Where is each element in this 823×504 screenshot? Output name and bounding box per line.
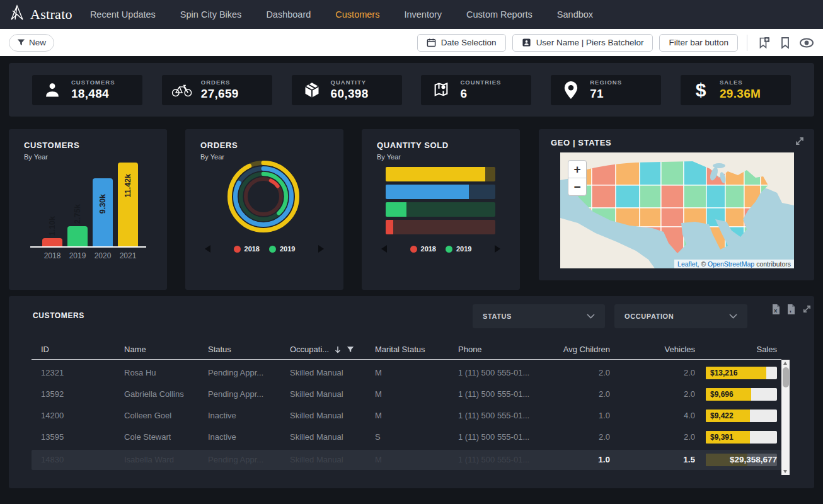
col-header-id[interactable]: ID: [41, 345, 49, 354]
quantity-chart-card: QUANTITY SOLD By Year 2018 2019: [362, 129, 520, 290]
occupation-filter-dropdown[interactable]: OCCUPATION: [614, 304, 747, 328]
kpi-value: 29.36M: [720, 87, 761, 101]
kpi-regions: REGIONS71: [551, 75, 661, 105]
customers-table-card: CUSTOMERS STATUS OCCUPATION X , ID Name …: [9, 296, 814, 488]
nav-item-spin-city-bikes[interactable]: Spin City Bikes: [180, 9, 242, 20]
pin-icon: [560, 79, 582, 101]
legend-prev-icon[interactable]: [205, 245, 210, 253]
hbar-2020[interactable]: [386, 185, 495, 199]
kpi-value: 18,484: [71, 87, 115, 101]
geo-states-card: GEO | STATES: [539, 129, 814, 280]
zoom-in-button[interactable]: +: [568, 161, 586, 178]
export-csv-icon[interactable]: ,: [786, 304, 796, 318]
hbar-2021[interactable]: [386, 167, 495, 181]
zoom-out-button[interactable]: −: [568, 178, 586, 195]
bar-2020[interactable]: 9.30k: [93, 178, 113, 246]
osm-link[interactable]: OpenStreetMap: [708, 260, 754, 268]
sales-bar: $9,422: [706, 410, 777, 422]
brand[interactable]: Astrato: [9, 4, 72, 25]
col-header-status[interactable]: Status: [208, 345, 231, 354]
scrollbar-thumb[interactable]: [783, 367, 789, 387]
progress-bar-chart: [386, 167, 495, 238]
table-row[interactable]: 13592Gabriella CollinsPending Appr...Ski…: [32, 384, 781, 405]
column-filter-icon[interactable]: [347, 346, 354, 353]
legend-prev-icon[interactable]: [381, 245, 387, 253]
expand-icon[interactable]: [802, 304, 812, 317]
total-children: 1.0: [529, 450, 610, 470]
col-header-phone[interactable]: Phone: [458, 345, 482, 354]
filter-bar-button[interactable]: Filter bar button: [659, 34, 738, 52]
bar-value-label: 11.42k: [124, 174, 132, 198]
x-axis-labels: 2018 2019 2020 2021: [30, 251, 146, 261]
map-title: GEO | STATES: [551, 138, 611, 147]
bar-2019[interactable]: 2.75k: [67, 226, 88, 246]
radial-progress-chart[interactable]: [224, 158, 302, 236]
legend-item-2019[interactable]: 2019: [446, 245, 471, 253]
col-header-occupation[interactable]: Occupati...: [290, 345, 354, 354]
legend-dot: [269, 246, 276, 253]
hbar-2019[interactable]: [386, 202, 495, 217]
table-title: CUSTOMERS: [33, 311, 84, 320]
legend-item-2018[interactable]: 2018: [234, 245, 260, 253]
table-scrollbar[interactable]: [781, 360, 790, 475]
export-excel-icon[interactable]: X: [771, 304, 781, 318]
legend-item-2019[interactable]: 2019: [269, 245, 295, 253]
user-badge-icon: [522, 38, 531, 47]
date-selection-button[interactable]: Date Selection: [417, 34, 506, 52]
leaflet-map[interactable]: + − Leaflet, © OpenStreetMap contributor…: [560, 152, 794, 268]
calendar-icon: [427, 38, 436, 47]
us-states-choropleth: [560, 152, 794, 268]
brand-name: Astrato: [30, 6, 72, 23]
col-header-children[interactable]: Avg Children: [529, 345, 610, 354]
chart-title: QUANTITY SOLD: [377, 140, 449, 150]
customers-chart-card: CUSTOMERS By Year 1.10k 2.75k 9.30k 11.4…: [9, 129, 167, 290]
nav-item-customers[interactable]: Customers: [335, 9, 379, 20]
kpi-orders: ORDERS27,659: [162, 75, 272, 105]
expand-icon[interactable]: [794, 135, 805, 149]
scroll-down-icon[interactable]: [783, 470, 787, 473]
nav-item-inventory[interactable]: Inventory: [404, 9, 442, 20]
scroll-up-icon[interactable]: [783, 362, 787, 365]
kpi-sales: $ SALES29.36M: [681, 75, 791, 105]
eye-icon[interactable]: [799, 35, 814, 50]
nav-item-recent-updates[interactable]: Recent Updates: [90, 9, 156, 20]
bookmark-add-icon[interactable]: [756, 35, 771, 50]
bar-2021[interactable]: 11.42k: [118, 163, 138, 246]
bookmark-icon[interactable]: [778, 35, 793, 50]
status-filter-dropdown[interactable]: STATUS: [473, 304, 605, 328]
legend-item-2018[interactable]: 2018: [410, 245, 436, 253]
table-row[interactable]: 12321Rosa HuPending Appr...Skilled Manua…: [32, 362, 781, 384]
chart-title: ORDERS: [200, 140, 238, 150]
col-header-marital[interactable]: Marital Status: [375, 345, 425, 354]
total-sales: $29,358,677: [674, 450, 777, 470]
bar-2018[interactable]: 1.10k: [42, 238, 62, 246]
col-header-sales[interactable]: Sales: [696, 345, 777, 354]
legend-next-icon[interactable]: [318, 245, 324, 253]
toolbar-divider: [747, 35, 747, 51]
main-menu: Recent Updates Spin City Bikes Dashboard…: [90, 9, 593, 20]
col-header-name[interactable]: Name: [124, 345, 146, 354]
nav-item-dashboard[interactable]: Dashboard: [266, 9, 311, 20]
kpi-value: 27,659: [201, 87, 239, 101]
svg-text:,: ,: [790, 306, 791, 313]
kpi-value: 71: [590, 87, 622, 101]
legend-next-icon[interactable]: [495, 245, 500, 253]
astrato-logo-icon: [9, 4, 25, 25]
sort-desc-icon[interactable]: [335, 346, 341, 353]
map-icon: [430, 79, 452, 101]
sales-bar: $13,216: [706, 367, 777, 379]
chart-title: CUSTOMERS: [24, 140, 79, 150]
nav-item-custom-reports[interactable]: Custom Reports: [466, 9, 532, 20]
bar-value-label: 1.10k: [48, 216, 57, 236]
table-row[interactable]: 13595Cole StewartInactiveSkilled ManualS…: [32, 427, 781, 448]
nav-item-sandbox[interactable]: Sandbox: [557, 9, 593, 20]
table-row[interactable]: 14200Colleen GoelInactiveSkilled ManualM…: [32, 405, 781, 427]
sales-bar: $9,391: [706, 431, 777, 444]
user-name-button[interactable]: User Name | Piers Batchelor: [512, 34, 653, 52]
new-filter-button[interactable]: New: [9, 34, 54, 52]
map-attribution: Leaflet, © OpenStreetMap contributors: [674, 260, 794, 268]
leaflet-link[interactable]: Leaflet: [677, 260, 698, 268]
hbar-2018[interactable]: [386, 220, 495, 234]
col-header-vehicles[interactable]: Vehicles: [614, 345, 695, 354]
kpi-customers: CUSTOMERS18,484: [32, 75, 142, 105]
